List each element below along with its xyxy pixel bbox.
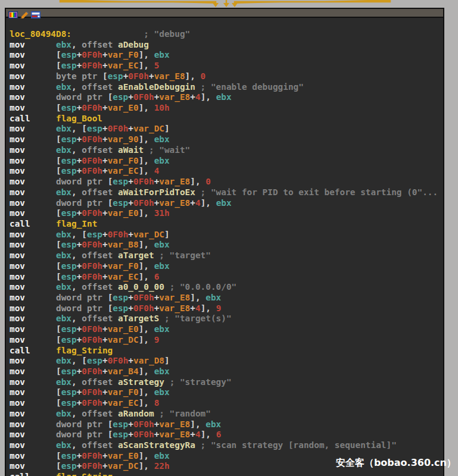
- code-line[interactable]: mov dword ptr [esp+0F0h+var_E8+4], ebx: [10, 92, 443, 103]
- code-token-p: [: [25, 166, 61, 176]
- code-token-n: 0: [205, 177, 211, 186]
- code-line[interactable]: mov [esp+0F0h+var_F0], ebx: [10, 50, 443, 61]
- code-token-v: var_B4: [108, 367, 139, 376]
- code-line[interactable]: mov ebx, offset aStrategy ; "strategy": [10, 377, 443, 388]
- code-line[interactable]: mov dword ptr [esp+0F0h+var_E8], ebx: [10, 293, 443, 303]
- code-token-p: ,: [71, 187, 82, 197]
- code-line[interactable]: mov dword ptr [esp+0F0h+var_E8], 0: [10, 177, 443, 187]
- code-token-r: esp: [61, 134, 77, 144]
- code-token-mn: mov: [10, 324, 25, 334]
- code-line[interactable]: mov [esp+0F0h+var_B4], ebx: [10, 367, 443, 377]
- code-token-p: +: [102, 240, 108, 249]
- code-token-r: esp: [113, 430, 128, 439]
- code-line[interactable]: mov ebx, offset aEnableDebuggin ; "enabl…: [10, 82, 443, 93]
- code-line[interactable]: mov [esp+0F0h+var_EC], 8: [10, 398, 443, 409]
- code-token-mn: mov: [10, 430, 25, 439]
- code-token-v: var_DC: [108, 461, 139, 471]
- code-token-mn: mov: [10, 314, 25, 323]
- code-token-mn: mov: [10, 293, 25, 302]
- code-token-mn: mov: [10, 40, 25, 49]
- code-token-mn: mov: [10, 387, 25, 397]
- code-token-mn: mov: [10, 145, 25, 155]
- code-token-r: esp: [113, 92, 128, 102]
- code-line[interactable]: mov ebx, offset aDebug: [10, 40, 443, 51]
- code-line[interactable]: mov dword ptr [esp+0F0h+var_E8+4], 6: [10, 430, 443, 440]
- code-line[interactable]: mov [esp+0F0h+var_EC], 5: [10, 61, 443, 71]
- code-line[interactable]: mov [esp+0F0h+var_F0], ebx: [10, 387, 443, 398]
- code-line[interactable]: mov [esp+0F0h+var_E0], ebx: [10, 324, 443, 335]
- code-line[interactable]: mov ebx, offset aWait ; "wait": [10, 145, 443, 156]
- code-token-lbl: loc_80494D8:: [10, 29, 71, 39]
- code-token-p: [: [25, 398, 61, 408]
- code-line[interactable]: mov ebx, [esp+0F0h+var_D8]: [10, 356, 443, 367]
- code-token-p: ]: [164, 124, 170, 133]
- code-token-p: [25, 71, 56, 81]
- node-color-icon[interactable]: [8, 10, 18, 17]
- code-token-p: [25, 282, 56, 292]
- code-token-v: var_F0: [108, 50, 139, 60]
- code-token-r: esp: [61, 335, 77, 345]
- node-edit-icon[interactable]: [20, 10, 29, 17]
- code-line[interactable]: mov [esp+0F0h+var_EC], 4: [10, 166, 443, 177]
- code-line[interactable]: mov dword ptr [esp+0F0h+var_E8], ebx: [10, 419, 443, 430]
- code-token-r: esp: [61, 240, 77, 249]
- code-token-k: offset: [82, 145, 113, 155]
- code-token-mn: mov: [10, 272, 25, 281]
- code-token-v: var_DC: [108, 335, 139, 345]
- code-line[interactable]: mov ebx, offset aTarget ; "target": [10, 250, 443, 261]
- node-title-bar[interactable]: [6, 9, 443, 18]
- code-line[interactable]: loc_80494D8: ; "debug": [10, 29, 443, 40]
- code-token-r: esp: [61, 103, 77, 112]
- code-line[interactable]: mov dword ptr [esp+0F0h+var_E8+4], ebx: [10, 198, 443, 209]
- code-token-c: ; "debug": [144, 29, 190, 39]
- code-token-n: 4: [195, 198, 201, 208]
- code-token-n: 0F0h: [82, 50, 102, 60]
- code-line[interactable]: call flag_String: [10, 472, 443, 476]
- code-token-p: [113, 40, 118, 49]
- code-line[interactable]: mov ebx, offset a0_0_0_00 ; "0.0.0.0/0": [10, 282, 443, 293]
- code-line[interactable]: mov [esp+0F0h+var_B8], ebx: [10, 240, 443, 250]
- code-token-mn: mov: [10, 409, 25, 418]
- code-line[interactable]: call flag_Int: [10, 219, 443, 230]
- code-line[interactable]: mov [esp+0F0h+var_E0], 10h: [10, 103, 443, 114]
- node-group-icon[interactable]: [31, 10, 40, 17]
- code-token-c: ; "target(s)": [164, 314, 232, 323]
- code-line[interactable]: call flag_String: [10, 346, 443, 356]
- code-line[interactable]: mov byte ptr [esp+0F0h+var_E8], 0: [10, 71, 443, 82]
- code-line[interactable]: mov ebx, offset aScanStrategyRa ; "scan …: [10, 440, 443, 451]
- code-line[interactable]: call flag_Bool: [10, 114, 443, 124]
- code-token-mn: mov: [10, 134, 25, 144]
- code-token-n: 9: [216, 303, 222, 313]
- code-line[interactable]: mov ebx, [esp+0F0h+var_DC]: [10, 124, 443, 134]
- code-token-k: offset: [82, 377, 113, 387]
- code-token-mn: mov: [10, 356, 25, 365]
- code-token-n: 0F0h: [82, 324, 102, 334]
- code-token-n: 6: [154, 272, 160, 281]
- code-token-p: +: [128, 419, 133, 429]
- code-line[interactable]: mov ebx, [esp+0F0h+var_DC]: [10, 230, 443, 240]
- code-token-v: var_E8: [159, 92, 190, 102]
- code-line[interactable]: mov [esp+0F0h+var_90], ebx: [10, 134, 443, 145]
- code-line[interactable]: mov [esp+0F0h+var_F0], ebx: [10, 261, 443, 272]
- code-token-r: esp: [113, 293, 128, 302]
- code-token-p: +: [128, 92, 133, 102]
- code-token-p: ],: [185, 71, 201, 81]
- code-token-v: var_E0: [108, 324, 139, 334]
- code-token-p: , [: [71, 124, 87, 133]
- code-line[interactable]: mov [esp+0F0h+var_E0], 31h: [10, 208, 443, 219]
- code-token-p: +: [102, 461, 108, 471]
- code-token-n: 22h: [154, 461, 170, 471]
- code-line[interactable]: mov [esp+0F0h+var_EC], 6: [10, 272, 443, 283]
- code-line[interactable]: mov ebx, offset aRandom ; "random": [10, 409, 443, 419]
- code-token-mn: call: [10, 346, 30, 355]
- code-token-p: +: [154, 293, 160, 302]
- code-token-n: 0F0h: [82, 451, 102, 461]
- code-line[interactable]: mov ebx, offset aWaitForPidToEx ; "wait …: [10, 187, 443, 198]
- code-line[interactable]: mov dword ptr [esp+0F0h+var_E8+4], 9: [10, 303, 443, 314]
- code-line[interactable]: mov [esp+0F0h+var_DC], 9: [10, 335, 443, 346]
- code-token-p: [: [25, 208, 61, 218]
- code-token-k: offset: [82, 282, 113, 292]
- code-token-n: 4: [195, 430, 201, 439]
- code-line[interactable]: mov [esp+0F0h+var_F0], ebx: [10, 156, 443, 167]
- code-line[interactable]: mov ebx, offset aTargetS ; "target(s)": [10, 314, 443, 324]
